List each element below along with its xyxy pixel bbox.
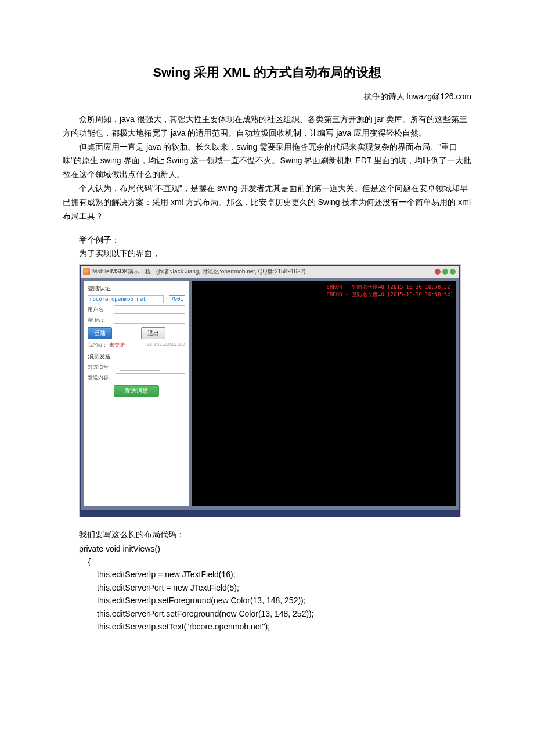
username-input[interactable]	[114, 305, 185, 314]
code-signature: private void initViews()	[79, 542, 471, 555]
window-dot-red-icon[interactable]	[435, 269, 441, 275]
app-icon	[83, 268, 90, 275]
login-button[interactable]: 登陆	[88, 327, 112, 339]
server-ip-input[interactable]	[88, 295, 164, 303]
paragraph-1: 众所周知，java 很强大，其强大性主要体现在成熟的社区组织、各类第三方开源的 …	[63, 113, 471, 141]
example-intro-2: 为了实现以下的界面，	[79, 247, 471, 260]
section-login-title: 登陆认证	[88, 285, 185, 293]
target-id-label: 对方ID号：	[88, 363, 118, 371]
log-line-2: ERROR - 登陆名长度=0 [2015-10-30 10:58:54]	[194, 291, 453, 298]
window-dot-green-icon[interactable]	[442, 269, 448, 275]
send-button[interactable]: 发送消息	[114, 385, 159, 397]
window-title-text: MobileIMSDK演示工程 - (作者:Jack Jiang, 讨论区:op…	[92, 268, 305, 276]
example-intro-1: 举个例子：	[79, 233, 471, 246]
content-input[interactable]	[116, 373, 185, 381]
version-text: v2.1b151012.1O	[146, 341, 185, 349]
window-titlebar: MobileIMSDK演示工程 - (作者:Jack Jiang, 讨论区:op…	[81, 266, 459, 278]
myid-value: 未登陆	[109, 342, 125, 348]
port-separator: :	[165, 296, 167, 303]
paragraph-2: 但桌面应用一直是 java 的软肋。长久以来，swing 需要采用拖沓冗余的代码…	[63, 141, 471, 182]
embedded-screenshot: MobileIMSDK演示工程 - (作者:Jack Jiang, 讨论区:op…	[79, 264, 461, 517]
code-intro: 我们要写这么长的布局代码：	[79, 528, 471, 541]
password-label: 密 码：	[88, 316, 112, 324]
section-message-title: 消息发送	[88, 352, 185, 361]
server-port-input[interactable]	[169, 295, 185, 303]
username-label: 用户名：	[88, 306, 112, 314]
paragraph-3: 个人认为，布局代码"不直观"，是摆在 swing 开发者尤其是面前的第一道大关。…	[63, 182, 471, 223]
left-form-panel: 登陆认证 : 用户名： 密 码： 登陆 退出	[84, 281, 189, 506]
window-dot-green2-icon[interactable]	[450, 269, 456, 275]
byline: 抗争的诗人 lnwazg@126.com	[63, 92, 471, 102]
password-input[interactable]	[114, 316, 185, 324]
log-console: ERROR - 登陆名长度=0 [2015-10-30 10:58:52] ER…	[192, 281, 456, 506]
code-body: { this.editServerIp = new JTextField(16)…	[79, 555, 471, 633]
log-line-1: ERROR - 登陆名长度=0 [2015-10-30 10:58:52]	[194, 283, 453, 291]
logout-button[interactable]: 退出	[141, 327, 165, 339]
target-id-input[interactable]	[120, 363, 160, 371]
content-label: 发送内容：	[88, 374, 114, 381]
document-title: Swing 采用 XML 的方式自动布局的设想	[63, 64, 471, 81]
myid-label: 我的id：	[88, 342, 107, 348]
